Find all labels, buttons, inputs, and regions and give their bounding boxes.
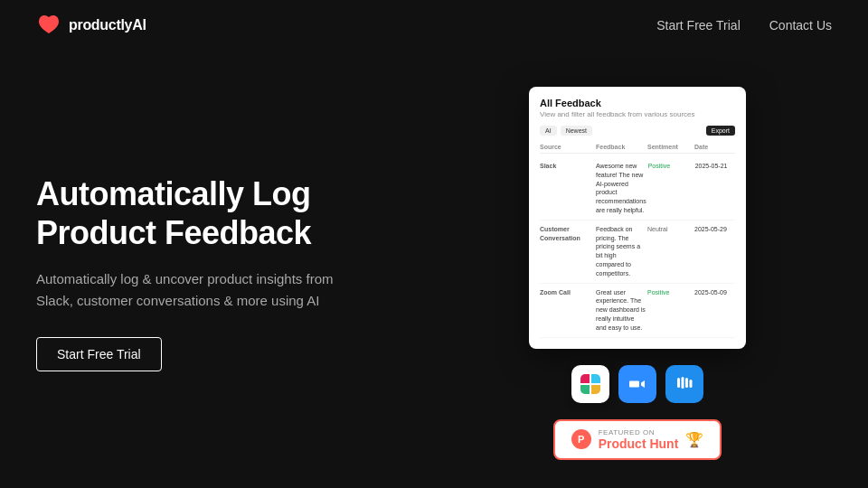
ph-medal-icon: 🏆 <box>685 431 703 448</box>
row1-date: 2025-05-21 <box>695 162 736 215</box>
slack-integration-icon <box>571 365 609 403</box>
row3-source: Zoom Call <box>540 288 594 333</box>
table-row: Slack Awesome new feature! The new AI-po… <box>540 157 735 221</box>
logo-icon <box>36 13 61 38</box>
integrations-row <box>571 365 703 403</box>
product-hunt-logo: P <box>571 429 591 449</box>
svg-rect-5 <box>690 380 693 388</box>
row1-sentiment: Positive <box>648 162 693 215</box>
dashboard-subtitle: View and filter all feedback from variou… <box>540 110 735 118</box>
intercom-integration-icon <box>665 365 703 403</box>
filter-ai[interactable]: AI <box>540 126 557 136</box>
logo-area: productlyAI <box>36 13 146 38</box>
ph-name: Product Hunt <box>599 436 679 451</box>
col-source: Source <box>540 144 594 150</box>
svg-rect-2 <box>677 378 680 388</box>
svg-rect-3 <box>682 377 684 389</box>
table-row: Zoom Call Great user experience. The new… <box>540 284 735 338</box>
hero-left: Automatically Log Product Feedback Autom… <box>36 174 425 371</box>
slack-color-3 <box>580 385 590 394</box>
intercom-logo <box>673 372 696 396</box>
col-sentiment: Sentiment <box>647 144 693 150</box>
col-feedback: Feedback <box>596 144 646 150</box>
filter-newest[interactable]: Newest <box>561 126 592 136</box>
dashboard-mockup: All Feedback View and filter all feedbac… <box>529 87 746 349</box>
row1-feedback: Awesome new feature! The new AI-powered … <box>596 162 646 215</box>
slack-color-4 <box>591 385 600 394</box>
ph-featured-label: FEATURED ON <box>599 428 679 436</box>
dashboard-filters: AI Newest Export <box>540 126 735 136</box>
hero-section: Automatically Log Product Feedback Autom… <box>0 51 868 488</box>
start-free-trial-button[interactable]: Start Free Trial <box>36 337 162 371</box>
row1-source: Slack <box>540 162 594 215</box>
hero-right: All Feedback View and filter all feedbac… <box>425 87 832 460</box>
row3-sentiment: Positive <box>647 288 693 333</box>
slack-logo <box>580 374 600 394</box>
zoom-integration-icon <box>618 365 656 403</box>
dashboard-title: All Feedback <box>540 98 735 108</box>
nav-start-free-trial[interactable]: Start Free Trial <box>656 18 741 33</box>
row3-feedback: Great user experience. The new dashboard… <box>596 288 646 333</box>
row2-sentiment: Neutral <box>647 225 693 278</box>
logo-text: productlyAI <box>69 17 146 33</box>
table-header: Source Feedback Sentiment Date <box>540 141 735 154</box>
zoom-logo <box>626 372 649 396</box>
export-button[interactable]: Export <box>706 126 735 136</box>
col-date: Date <box>694 144 735 150</box>
product-hunt-text: FEATURED ON Product Hunt <box>599 428 679 451</box>
row2-date: 2025-05-29 <box>694 225 735 278</box>
row3-date: 2025-05-09 <box>694 288 735 333</box>
nav-links: Start Free Trial Contact Us <box>656 18 832 33</box>
slack-color-1 <box>580 374 590 383</box>
hero-subtitle: Automatically log & uncover product insi… <box>36 268 362 312</box>
svg-rect-1 <box>673 372 696 396</box>
svg-rect-4 <box>685 378 688 388</box>
slack-color-2 <box>591 374 600 383</box>
row2-source: Customer Conversation <box>540 225 594 278</box>
navbar: productlyAI Start Free Trial Contact Us <box>0 0 868 51</box>
nav-contact-us[interactable]: Contact Us <box>769 18 832 33</box>
hero-title: Automatically Log Product Feedback <box>36 174 425 252</box>
product-hunt-badge[interactable]: P FEATURED ON Product Hunt 🏆 <box>553 419 722 460</box>
table-row: Customer Conversation Feedback on pricin… <box>540 221 735 284</box>
row2-feedback: Feedback on pricing. The pricing seems a… <box>596 225 646 278</box>
